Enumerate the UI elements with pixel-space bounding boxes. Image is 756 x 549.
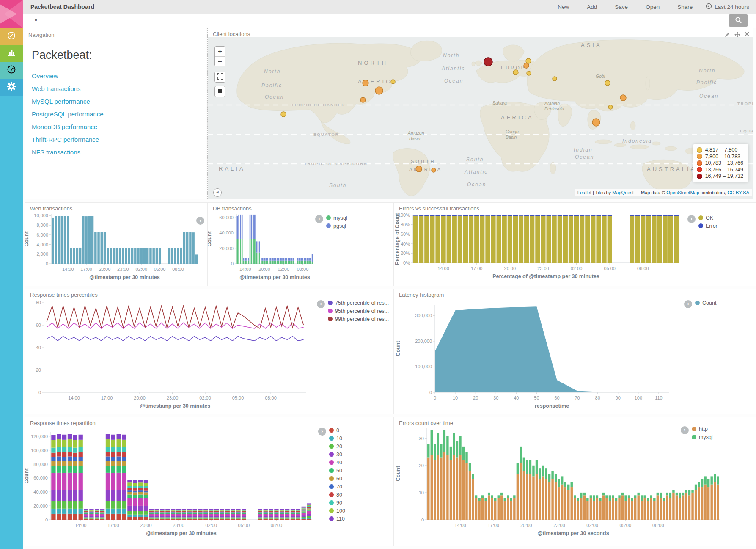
bar-segment[interactable]: [291, 519, 295, 519]
bar-segment[interactable]: [258, 512, 262, 512]
bar-segment[interactable]: [111, 461, 115, 466]
bar-segment[interactable]: [628, 495, 630, 498]
bar-segment[interactable]: [286, 258, 287, 261]
client-location-marker[interactable]: [360, 97, 366, 102]
bar-segment[interactable]: [100, 512, 104, 512]
bar-segment[interactable]: [296, 511, 300, 512]
bar[interactable]: [73, 248, 75, 264]
bar-segment[interactable]: [707, 487, 709, 520]
legend-item-95th-percentile-of-res-[interactable]: 95th percentile of res...: [328, 307, 389, 315]
bar-segment[interactable]: [220, 509, 224, 510]
bar-segment[interactable]: [302, 519, 306, 520]
bar-segment[interactable]: [182, 510, 186, 511]
bar-segment[interactable]: [149, 514, 154, 516]
bar-segment[interactable]: [609, 501, 611, 520]
legend-item-mysql[interactable]: mysql: [326, 214, 347, 222]
bar-segment[interactable]: [68, 473, 72, 490]
bar-segment[interactable]: [62, 501, 66, 509]
bar-segment[interactable]: [310, 258, 311, 261]
bar-segment[interactable]: [144, 495, 148, 498]
bar-segment[interactable]: [269, 509, 273, 510]
bar-segment[interactable]: [198, 516, 202, 517]
bar-segment[interactable]: [68, 452, 72, 456]
bar-segment[interactable]: [478, 498, 480, 501]
bar-segment[interactable]: [160, 510, 164, 511]
bar-segment[interactable]: [291, 258, 292, 261]
bar[interactable]: [168, 248, 170, 264]
bar-segment[interactable]: [615, 501, 617, 520]
bar-segment[interactable]: [165, 516, 170, 517]
bar-segment[interactable]: [62, 509, 66, 514]
bar[interactable]: [180, 248, 182, 264]
bar-segment[interactable]: [95, 513, 99, 513]
bar-segment[interactable]: [497, 216, 501, 263]
kibana-logo[interactable]: [0, 0, 23, 28]
bar-segment[interactable]: [84, 512, 88, 513]
bar-segment[interactable]: [231, 510, 235, 510]
bar-segment[interactable]: [535, 215, 540, 216]
bar-segment[interactable]: [269, 511, 273, 512]
bar-segment[interactable]: [459, 436, 461, 455]
bar-segment[interactable]: [307, 505, 311, 506]
bar-segment[interactable]: [220, 517, 224, 518]
bar-segment[interactable]: [602, 493, 605, 495]
bar-segment[interactable]: [513, 215, 518, 216]
bar-segment[interactable]: [182, 512, 186, 512]
bar-segment[interactable]: [285, 514, 289, 516]
bar-segment[interactable]: [250, 239, 251, 264]
bar-segment[interactable]: [155, 517, 159, 518]
bar-segment[interactable]: [264, 510, 268, 510]
bar-segment[interactable]: [302, 511, 306, 512]
bar-segment[interactable]: [635, 216, 640, 263]
bar-segment[interactable]: [160, 512, 164, 512]
bar-segment[interactable]: [133, 506, 137, 511]
bar-segment[interactable]: [89, 513, 93, 513]
bar-segment[interactable]: [652, 216, 656, 263]
bar-segment[interactable]: [304, 258, 305, 261]
bar-segment[interactable]: [111, 447, 115, 452]
bar-segment[interactable]: [590, 498, 592, 520]
bar-segment[interactable]: [51, 501, 55, 509]
bar-segment[interactable]: [488, 493, 490, 495]
client-location-marker[interactable]: [527, 71, 531, 75]
bar-segment[interactable]: [465, 452, 467, 463]
bar-segment[interactable]: [251, 239, 253, 264]
bar-segment[interactable]: [526, 474, 528, 520]
map-filter-rectangle-button[interactable]: [214, 72, 225, 83]
bar-segment[interactable]: [628, 498, 630, 520]
bar-segment[interactable]: [663, 501, 665, 520]
bar-segment[interactable]: [291, 511, 295, 512]
bar-segment[interactable]: [419, 216, 423, 263]
bar-segment[interactable]: [280, 519, 284, 519]
bar-segment[interactable]: [571, 482, 573, 487]
legend-toggle-icon[interactable]: ›: [317, 300, 325, 308]
bar-segment[interactable]: [220, 511, 224, 512]
bar-segment[interactable]: [488, 495, 490, 520]
bar-segment[interactable]: [668, 216, 673, 263]
bar-segment[interactable]: [296, 512, 300, 513]
bar-segment[interactable]: [302, 510, 306, 511]
client-location-marker[interactable]: [363, 80, 368, 86]
bar-segment[interactable]: [599, 501, 601, 520]
bar-segment[interactable]: [122, 452, 126, 457]
bar-segment[interactable]: [165, 513, 170, 513]
bar-segment[interactable]: [51, 440, 55, 448]
bar-segment[interactable]: [291, 512, 295, 512]
bar-segment[interactable]: [264, 509, 268, 510]
bar-segment[interactable]: [453, 455, 455, 520]
bar-segment[interactable]: [676, 493, 678, 495]
new-button[interactable]: New: [549, 4, 578, 10]
bar-segment[interactable]: [62, 473, 66, 490]
client-location-marker[interactable]: [526, 58, 531, 63]
bar-segment[interactable]: [254, 215, 256, 239]
bar-segment[interactable]: [530, 216, 534, 263]
bar-segment[interactable]: [192, 509, 197, 510]
bar-segment[interactable]: [530, 215, 534, 216]
bar-segment[interactable]: [679, 498, 681, 520]
bar-segment[interactable]: [89, 510, 93, 511]
bar-segment[interactable]: [280, 512, 284, 512]
bar[interactable]: [85, 216, 87, 264]
bar-segment[interactable]: [532, 466, 534, 477]
bar-segment[interactable]: [539, 479, 541, 520]
bar-segment[interactable]: [155, 511, 159, 512]
